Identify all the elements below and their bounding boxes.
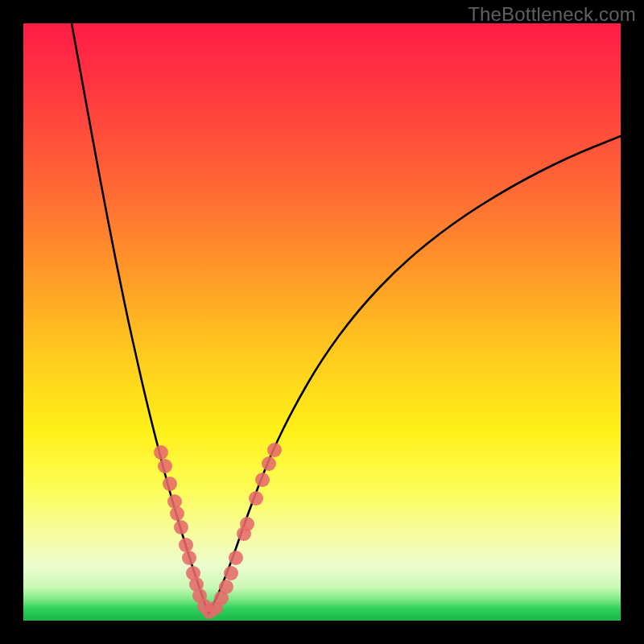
marker-dot	[179, 538, 193, 552]
marker-group	[154, 443, 282, 619]
marker-dot	[163, 477, 177, 491]
marker-dot	[255, 473, 270, 487]
plot-area	[23, 23, 621, 621]
marker-dot	[267, 443, 282, 457]
chart-svg	[23, 23, 621, 621]
marker-dot	[182, 551, 196, 565]
marker-dot	[174, 520, 188, 535]
marker-dot	[170, 506, 184, 521]
marker-dot	[249, 491, 263, 506]
marker-dot	[167, 494, 182, 509]
marker-dot	[240, 517, 254, 531]
chart-frame: TheBottleneck.com	[0, 0, 644, 644]
marker-dot	[158, 459, 172, 473]
marker-dot	[219, 580, 233, 594]
watermark-text: TheBottleneck.com	[468, 3, 636, 26]
marker-dot	[224, 566, 238, 580]
curve-group	[72, 23, 621, 613]
marker-dot	[262, 456, 276, 471]
curve-right	[208, 136, 621, 613]
marker-dot	[229, 551, 243, 565]
marker-dot	[154, 445, 168, 460]
